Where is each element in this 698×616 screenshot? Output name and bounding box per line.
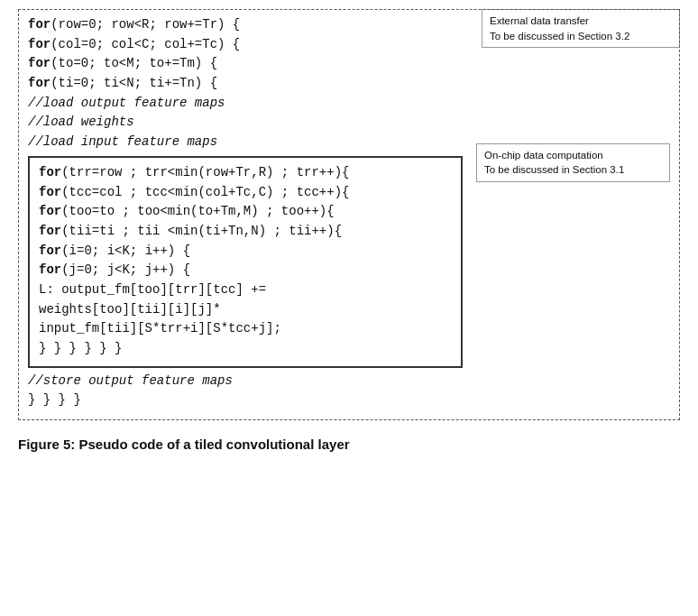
figure-caption-text: Figure 5: Pseudo code of a tiled convolu… [18,437,350,452]
code-line: for(i=0; i<K; i++) { [39,242,452,262]
code-line: for(to=0; to<M; to+=Tm) { [28,54,463,74]
annotation-onchip-line2: To be discussed in Section 3.1 [484,164,624,175]
figure-caption: Figure 5: Pseudo code of a tiled convolu… [18,437,680,452]
inner-computation-region: for(trr=row ; trr<min(row+Tr,R) ; trr++)… [28,156,463,368]
code-line: } } } } [28,391,463,410]
code-line-comment: //load weights [28,113,463,133]
code-line: for(col=0; col<C; col+=Tc) { [28,35,463,55]
code-line: for(trr=row ; trr<min(row+Tr,R) ; trr++)… [39,163,452,183]
code-line: for(tii=ti ; tii <min(ti+Tn,N) ; tii++){ [39,222,452,242]
code-line: for(too=to ; too<min(to+Tm,M) ; too++){ [39,202,452,222]
code-line: input_fm[tii][S*trr+i][S*tcc+j]; [39,319,452,339]
code-line: for(ti=0; ti<N; ti+=Tn) { [28,74,463,94]
code-line-comment: //load input feature maps [28,133,463,152]
code-line: } } } } } } [39,339,452,359]
code-line: weights[too][tii][i][j]* [39,300,452,320]
outer-loop-region: for(row=0; row<R; row+=Tr) { for(col=0; … [18,9,680,420]
code-line: L: output_fm[too][trr][tcc] += [39,280,452,300]
code-line: for(j=0; j<K; j++) { [39,261,452,280]
code-line-comment: //store output feature maps [28,372,463,391]
annotation-onchip-box: On-chip data computation To be discussed… [476,143,670,182]
code-line: for(row=0; row<R; row+=Tr) { [28,15,463,35]
code-line: for(tcc=col ; tcc<min(col+Tc,C) ; tcc++)… [39,183,452,203]
code-line-comment: //load output feature maps [28,94,463,114]
outer-code-block: for(row=0; row<R; row+=Tr) { for(col=0; … [28,15,463,152]
annotation-onchip-line1: On-chip data computation [484,150,603,161]
page-wrapper: External data transfer To be discussed i… [18,9,680,452]
